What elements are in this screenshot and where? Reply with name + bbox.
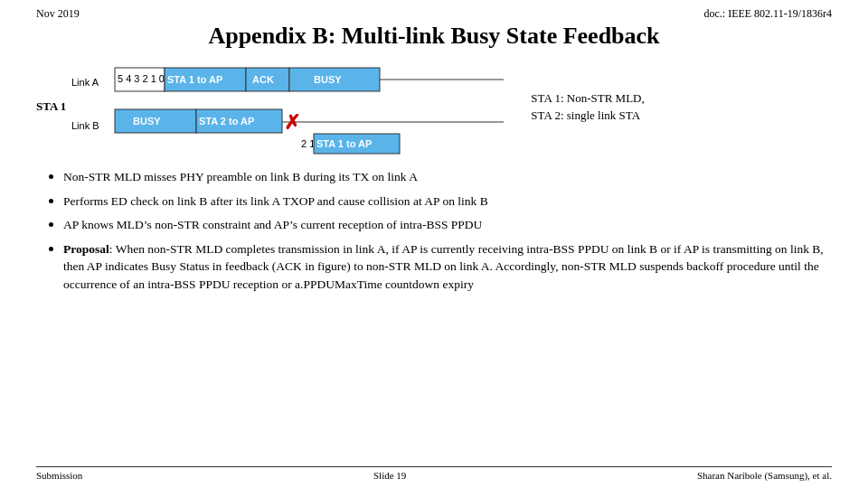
svg-text:BUSY: BUSY — [314, 74, 342, 85]
bullet-4-text: : When non-STR MLD completes transmissio… — [63, 242, 824, 291]
footer-left: Submission — [36, 470, 82, 481]
footer: Submission Slide 19 Sharan Naribole (Sam… — [36, 466, 832, 481]
bullet-3: AP knows MLD’s non-STR constraint and AP… — [63, 213, 832, 234]
bullet-4-bold: Proposal — [63, 242, 109, 256]
sta-note: STA 1: Non-STR MLD, STA 2: single link S… — [531, 89, 644, 125]
page: Nov 2019 doc.: IEEE 802.11-19/1836r4 App… — [0, 0, 868, 488]
svg-text:5 4 3 2 1 0: 5 4 3 2 1 0 — [118, 73, 165, 84]
diagram-area: STA 1 Link A Link B 5 4 3 2 1 0 STA 1 to… — [36, 57, 832, 156]
diagram-svg: Link A Link B 5 4 3 2 1 0 STA 1 to AP AC… — [70, 57, 513, 156]
page-title: Appendix B: Multi-link Busy State Feedba… — [36, 23, 832, 50]
sta-note-line1: STA 1: Non-STR MLD, — [531, 89, 644, 108]
footer-center: Slide 19 — [373, 470, 406, 481]
header-doc: doc.: IEEE 802.11-19/1836r4 — [703, 7, 832, 21]
bullets-list: Non-STR MLD misses PHY preamble on link … — [36, 165, 832, 293]
header: Nov 2019 doc.: IEEE 802.11-19/1836r4 — [36, 0, 832, 23]
svg-text:BUSY: BUSY — [133, 116, 161, 127]
svg-text:✗: ✗ — [284, 111, 300, 134]
sta-note-line2: STA 2: single link STA — [531, 107, 644, 125]
bullet-1: Non-STR MLD misses PHY preamble on link … — [63, 165, 832, 186]
sta-label: STA 1 — [36, 99, 66, 114]
bullet-4: Proposal: When non-STR MLD completes tra… — [63, 238, 832, 294]
bullet-2: Performs ED check on link B after its li… — [63, 190, 832, 211]
svg-text:Link A: Link A — [71, 77, 99, 88]
footer-right: Sharan Naribole (Samsung), et al. — [697, 470, 832, 481]
svg-text:ACK: ACK — [252, 74, 274, 85]
header-date: Nov 2019 — [36, 7, 80, 21]
svg-text:STA 2 to AP: STA 2 to AP — [199, 116, 254, 127]
svg-text:STA 1 to AP: STA 1 to AP — [167, 74, 222, 85]
svg-text:Link B: Link B — [71, 120, 99, 131]
svg-text:STA 1 to AP: STA 1 to AP — [316, 138, 372, 149]
